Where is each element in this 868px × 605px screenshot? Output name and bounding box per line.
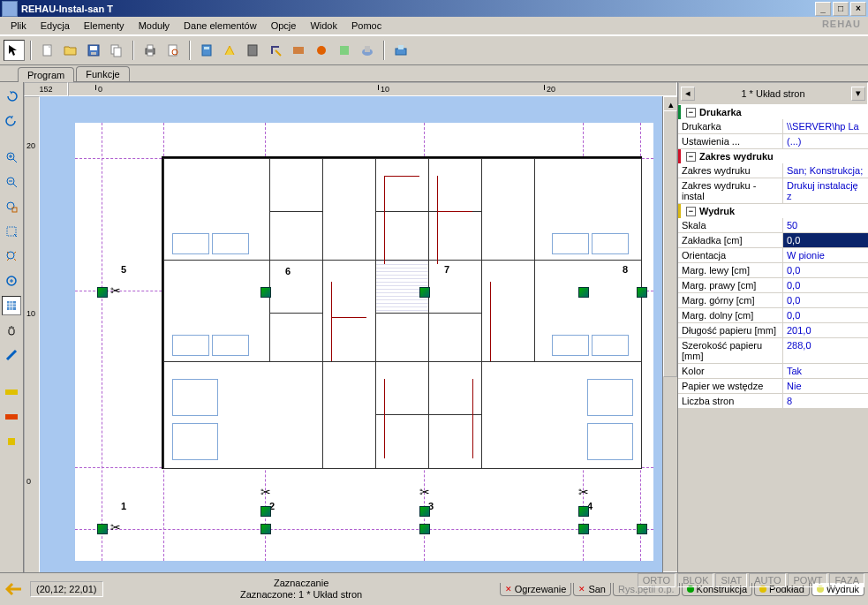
status-flag[interactable]: SIAT xyxy=(715,573,747,587)
calc-9-button[interactable] xyxy=(390,40,411,61)
property-value[interactable]: 8 xyxy=(782,394,868,408)
property-row[interactable]: Papier we wstędzeNie xyxy=(678,379,868,394)
vertical-scrollbar[interactable]: ▴ ▾ xyxy=(662,96,677,587)
horizontal-ruler[interactable]: 0 10 20 xyxy=(68,82,677,96)
property-value[interactable]: 0,0 xyxy=(782,293,868,307)
tab-funkcje[interactable]: Funkcje xyxy=(76,66,130,81)
ruler-corner[interactable]: 152 xyxy=(24,82,68,96)
page-marker[interactable] xyxy=(578,524,589,534)
collapse-icon[interactable]: − xyxy=(686,108,696,117)
property-row[interactable]: KolorTak xyxy=(678,364,868,379)
page-marker[interactable] xyxy=(97,524,108,534)
grid-button[interactable] xyxy=(2,296,21,315)
page-marker[interactable] xyxy=(637,287,647,298)
property-row[interactable]: Ustawienia ...(...) xyxy=(678,134,868,149)
drawing-canvas[interactable]: 5 6 7 8 1 2 3 4 ✂ xyxy=(40,96,662,587)
minimize-button[interactable]: _ xyxy=(815,2,831,16)
layer-1-button[interactable] xyxy=(2,382,21,402)
calc-8-button[interactable] xyxy=(357,40,378,61)
page-marker[interactable] xyxy=(260,287,271,298)
calc-4-button[interactable] xyxy=(265,40,286,61)
page-marker[interactable] xyxy=(578,506,589,517)
status-flag[interactable]: FAZA xyxy=(829,573,864,587)
copy-button[interactable] xyxy=(106,40,127,61)
property-value[interactable]: W pionie xyxy=(782,248,868,262)
property-value[interactable]: 50 xyxy=(782,218,868,232)
property-value[interactable]: 0,0 xyxy=(782,263,868,277)
property-row[interactable]: Szerokość papieru [mm]288,0 xyxy=(678,338,868,364)
menu-edycja[interactable]: Edycja xyxy=(34,19,77,33)
vertical-ruler[interactable]: 20 10 0 xyxy=(24,96,40,587)
property-row[interactable]: Marg. górny [cm]0,0 xyxy=(678,293,868,308)
section-header[interactable]: −Wydruk xyxy=(678,204,868,218)
property-value[interactable]: 0,0 xyxy=(782,233,868,247)
property-row[interactable]: Marg. prawy [cm]0,0 xyxy=(678,278,868,293)
zoom-extents-button[interactable] xyxy=(2,246,21,266)
zoom-region-button[interactable] xyxy=(2,222,21,241)
menu-elementy[interactable]: Elementy xyxy=(77,19,132,33)
page-marker[interactable] xyxy=(260,506,271,517)
menu-plik[interactable]: Plik xyxy=(4,19,34,33)
property-value[interactable]: Nie xyxy=(782,379,868,393)
menu-opcje[interactable]: Opcje xyxy=(264,19,304,33)
zoom-in-button[interactable] xyxy=(2,147,21,167)
section-header[interactable]: −Drukarka xyxy=(678,105,868,119)
zoom-out-button[interactable] xyxy=(2,172,21,192)
property-value[interactable]: 288,0 xyxy=(782,338,868,363)
property-row[interactable]: Marg. lewy [cm]0,0 xyxy=(678,263,868,278)
page-marker[interactable] xyxy=(97,287,108,298)
status-flag[interactable]: BLOK xyxy=(677,573,713,587)
menu-dane-elementow[interactable]: Dane elementów xyxy=(177,19,264,33)
zoom-window-button[interactable] xyxy=(2,197,21,216)
property-value[interactable]: Drukuj instalację z xyxy=(782,178,868,203)
scroll-thumb[interactable] xyxy=(663,110,677,377)
property-row[interactable]: Drukarka\\SERVER\hp La xyxy=(678,119,868,134)
property-value[interactable]: 201,0 xyxy=(782,323,868,337)
property-value[interactable]: 0,0 xyxy=(782,308,868,322)
print-preview-button[interactable] xyxy=(162,40,184,61)
maximize-button[interactable]: □ xyxy=(833,2,849,16)
print-button[interactable] xyxy=(140,40,161,61)
section-header[interactable]: −Zakres wydruku xyxy=(678,149,868,163)
collapse-icon[interactable]: − xyxy=(686,152,696,162)
property-row[interactable]: Marg. dolny [cm]0,0 xyxy=(678,308,868,323)
menu-moduly[interactable]: Moduły xyxy=(132,19,177,33)
property-value[interactable]: 0,0 xyxy=(782,278,868,292)
page-marker[interactable] xyxy=(419,287,430,298)
property-row[interactable]: Liczba stron8 xyxy=(678,394,868,409)
page-marker[interactable] xyxy=(637,524,647,534)
page-marker[interactable] xyxy=(419,506,430,517)
property-value[interactable]: (...) xyxy=(782,134,868,148)
props-next-button[interactable]: ▾ xyxy=(851,87,865,101)
property-row[interactable]: Zakładka [cm]0,0 xyxy=(678,233,868,248)
layer-3-button[interactable] xyxy=(2,432,21,451)
pointer-tool-button[interactable] xyxy=(4,40,25,61)
page-marker[interactable] xyxy=(260,524,271,534)
page-marker[interactable] xyxy=(419,524,430,534)
redo-button[interactable] xyxy=(2,110,21,130)
calc-1-button[interactable] xyxy=(196,40,217,61)
pan-button[interactable] xyxy=(2,321,21,340)
menu-widok[interactable]: Widok xyxy=(303,19,344,33)
close-button[interactable]: × xyxy=(850,2,866,16)
calc-3-button[interactable] xyxy=(242,40,263,61)
property-row[interactable]: Skala50 xyxy=(678,218,868,233)
status-flag[interactable]: AUTO xyxy=(749,573,786,587)
calc-2-button[interactable] xyxy=(219,40,240,61)
page-marker[interactable] xyxy=(578,287,589,298)
menu-pomoc[interactable]: Pomoc xyxy=(344,19,389,33)
measure-button[interactable] xyxy=(2,345,21,365)
undo-button[interactable] xyxy=(2,86,21,105)
calc-6-button[interactable] xyxy=(311,40,332,61)
status-flag[interactable]: ORTO xyxy=(638,573,676,587)
status-flag[interactable]: POWT xyxy=(788,573,827,587)
collapse-icon[interactable]: − xyxy=(686,207,696,216)
property-value[interactable]: \\SERVER\hp La xyxy=(782,119,868,133)
property-row[interactable]: Zakres wydruku - instalDrukuj instalację… xyxy=(678,178,868,204)
open-button[interactable] xyxy=(60,40,81,61)
property-value[interactable]: Tak xyxy=(782,364,868,378)
tab-program[interactable]: Program xyxy=(18,67,74,82)
zoom-realtime-button[interactable] xyxy=(2,271,21,291)
calc-7-button[interactable] xyxy=(334,40,355,61)
property-row[interactable]: OrientacjaW pionie xyxy=(678,248,868,263)
